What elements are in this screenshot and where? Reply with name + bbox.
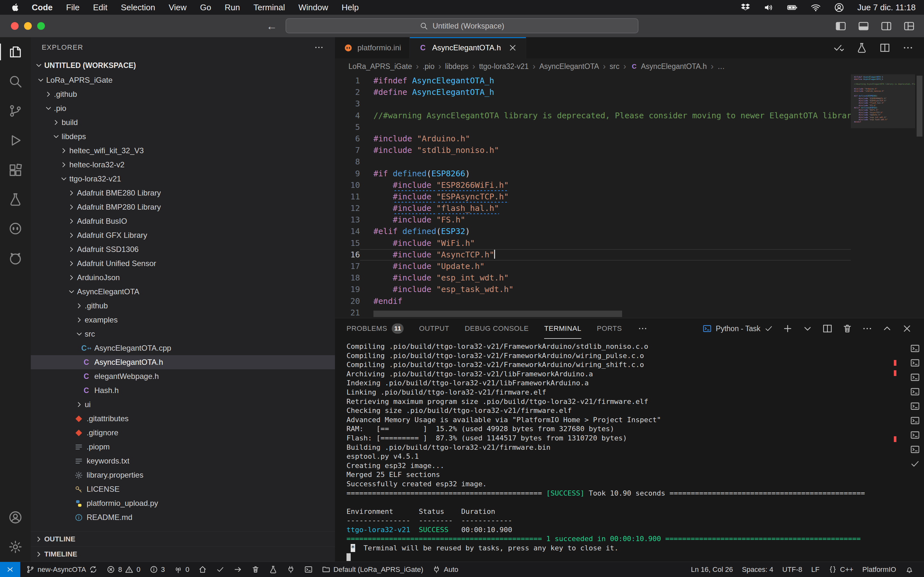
tree-item[interactable]: examples [31, 313, 335, 327]
activity-search[interactable] [0, 67, 31, 96]
breadcrumb-item[interactable]: .pio [423, 62, 435, 71]
volume-icon[interactable] [764, 2, 774, 13]
vertical-scrollbar[interactable] [915, 74, 924, 318]
tree-item[interactable]: README.md [31, 510, 335, 524]
tree-item[interactable]: .gitattributes [31, 412, 335, 426]
dropbox-icon[interactable] [740, 2, 751, 13]
activity-testing[interactable] [0, 185, 31, 214]
menu-help[interactable]: Help [335, 3, 365, 13]
code-editor[interactable]: 1#ifndef AsyncElegantOTA_h2#define Async… [335, 74, 924, 318]
status-eol[interactable]: LF [807, 562, 824, 577]
tree-item[interactable]: C++AsyncElegantOTA.cpp [31, 341, 335, 355]
terminal-tab-icon[interactable] [910, 401, 920, 411]
terminal-tab-icon[interactable] [910, 416, 920, 426]
menu-view[interactable]: View [162, 3, 194, 13]
code-line-16[interactable]: 16 #include "AsyncTCP.h" [335, 249, 851, 261]
panel-more-tabs-icon[interactable] [638, 324, 648, 334]
code-line-5[interactable]: 5 [335, 121, 851, 133]
battery-icon[interactable] [787, 2, 798, 13]
activity-run-and-debug[interactable] [0, 126, 31, 155]
tree-item[interactable]: .github [31, 87, 335, 101]
terminal-check-icon[interactable] [910, 459, 920, 469]
editor-tab[interactable]: CAsyncElegantOTA.h [410, 37, 526, 58]
code-line-19[interactable]: 19 #include "esp_task_wdt.h" [335, 284, 851, 295]
tree-item[interactable]: ArduinoJson [31, 271, 335, 285]
status-info-count[interactable]: 3 [145, 562, 170, 577]
minimap-slider[interactable] [851, 74, 915, 128]
status-pio-terminal[interactable] [300, 562, 317, 577]
terminal[interactable]: Compiling .pio/build/ttgo-lora32-v21/Fra… [335, 339, 924, 562]
tree-item[interactable]: CHash.h [31, 384, 335, 398]
code-line-4[interactable]: 4//#warning AsyncElegantOTA library is d… [335, 110, 851, 121]
customize-layout-button[interactable] [903, 20, 915, 32]
tree-item[interactable]: .gitignore [31, 426, 335, 440]
split-editor-button[interactable] [879, 42, 891, 53]
menu-file[interactable]: File [59, 3, 86, 13]
scrollbar-thumb[interactable] [917, 76, 922, 137]
close-window-button[interactable] [11, 22, 19, 30]
breadcrumb-item[interactable]: ttgo-lora32-v21 [479, 62, 529, 71]
terminal-tab-icon[interactable] [910, 387, 920, 397]
zoom-window-button[interactable] [37, 22, 45, 30]
breadcrumb-item[interactable]: LoRa_APRS_iGate [349, 62, 412, 71]
code-line-1[interactable]: 1#ifndef AsyncElegantOTA_h [335, 75, 851, 87]
kill-terminal-button[interactable] [842, 323, 853, 334]
panel-tab-output[interactable]: OUTPUT [419, 318, 449, 339]
status-pio-test[interactable] [264, 562, 282, 577]
tree-item[interactable]: ttgo-lora32-v21 [31, 172, 335, 186]
tree-item[interactable]: .github [31, 299, 335, 313]
tree-item[interactable]: library.properties [31, 468, 335, 482]
tree-item[interactable]: Adafruit BusIO [31, 214, 335, 228]
breadcrumb-item[interactable]: AsyncElegantOTA [540, 62, 599, 71]
panel-more-actions-button[interactable] [862, 323, 873, 334]
status-pio-project-environment[interactable]: Default (LoRa_APRS_iGate) [317, 562, 428, 577]
status-platformio-status[interactable]: PlatformIO [858, 562, 901, 577]
status-pio-port[interactable]: Auto [428, 562, 463, 577]
close-panel-button[interactable] [901, 323, 913, 334]
tree-item[interactable]: .piopm [31, 440, 335, 454]
timeline-section-header[interactable]: TIMELINE [31, 546, 335, 562]
menu-run[interactable]: Run [218, 3, 247, 13]
explorer-more-actions-icon[interactable] [314, 42, 324, 53]
status-pio-build[interactable] [212, 562, 229, 577]
menu-code[interactable]: Code [25, 3, 59, 13]
tree-item[interactable]: LoRa_APRS_iGate [31, 73, 335, 87]
tree-item[interactable]: platformio_upload.py [31, 496, 335, 510]
activity-extensions[interactable] [0, 155, 31, 185]
activity-explorer[interactable] [0, 37, 31, 67]
status-pio-upload[interactable] [229, 562, 247, 577]
tree-item[interactable]: libdeps [31, 129, 335, 143]
code-line-11[interactable]: 11 #include "ESPAsyncTCP.h" [335, 191, 851, 203]
status-problems[interactable]: 80 [102, 562, 145, 577]
panel-tab-problems[interactable]: PROBLEMS11 [347, 318, 404, 339]
status-language-mode[interactable]: C++ [824, 562, 858, 577]
status-cursor-position[interactable]: Ln 16, Col 26 [687, 562, 738, 577]
terminal-tab-icon[interactable] [910, 343, 920, 354]
breadcrumb-more[interactable]: … [717, 62, 725, 71]
status-notifications[interactable] [901, 562, 918, 577]
account-icon[interactable] [834, 2, 845, 13]
panel-tab-terminal[interactable]: TERMINAL [544, 318, 582, 339]
minimize-window-button[interactable] [24, 22, 32, 30]
code-line-15[interactable]: 15 #include "WiFi.h" [335, 237, 851, 249]
tree-item[interactable]: Adafruit Unified Sensor [31, 256, 335, 271]
status-pio-clean[interactable] [247, 562, 264, 577]
tree-item[interactable]: CelegantWebpage.h [31, 369, 335, 384]
breadcrumb-file[interactable]: CAsyncElegantOTA.h [630, 62, 707, 71]
activity-source-control[interactable] [0, 96, 31, 126]
editor-tab[interactable]: platformio.ini [335, 37, 410, 58]
terminal-task-selector[interactable]: Python - Task [702, 324, 773, 334]
status-ports-forwarded[interactable]: 0 [170, 562, 194, 577]
command-center[interactable]: Untitled (Workspace) [286, 18, 638, 33]
tree-item[interactable]: keywords.txt [31, 454, 335, 468]
status-pio-home[interactable] [194, 562, 212, 577]
terminal-dropdown-button[interactable] [802, 323, 813, 334]
tree-item[interactable]: heltec-lora32-v2 [31, 158, 335, 172]
apple-menu-icon[interactable] [11, 2, 20, 13]
terminal-tab-icon[interactable] [910, 372, 920, 382]
code-line-12[interactable]: 12 #include "flash_hal.h" [335, 203, 851, 214]
activity-settings[interactable] [0, 532, 31, 562]
code-line-7[interactable]: 7#include "stdlib_noniso.h" [335, 145, 851, 156]
tree-item[interactable]: .pio [31, 101, 335, 115]
code-line-2[interactable]: 2#define AsyncElegantOTA_h [335, 87, 851, 98]
